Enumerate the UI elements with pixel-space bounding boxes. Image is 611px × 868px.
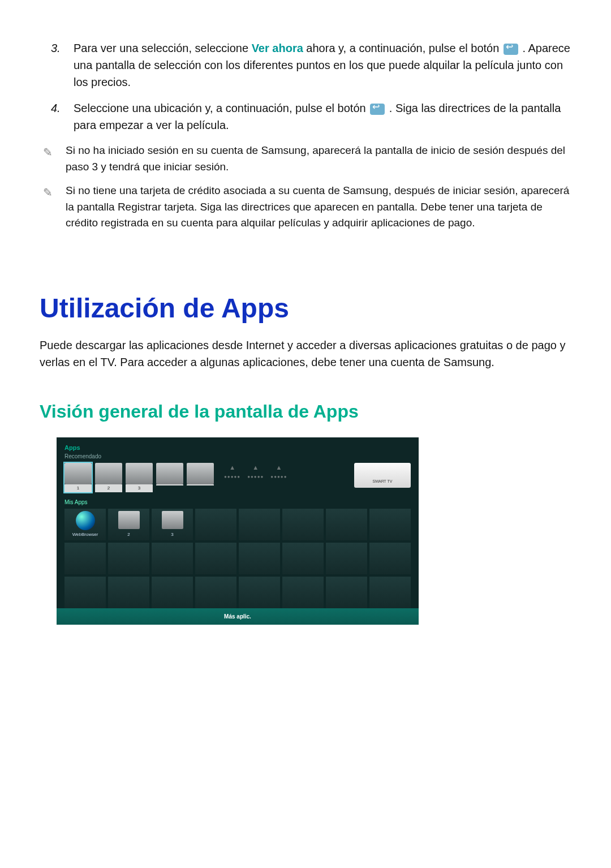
rec-tile-1: 1 xyxy=(64,463,92,492)
app-webbrowser: WebBrowser xyxy=(64,509,106,540)
recommended-row: 1 2 3 ▲●●●●● ▲●●●●● ▲●●●●● SMART TV xyxy=(64,463,411,492)
app-tile-3: 3 xyxy=(152,509,193,540)
deco-icons: ▲●●●●● ▲●●●●● ▲●●●●● xyxy=(224,463,287,480)
enter-icon xyxy=(504,44,518,55)
highlight-verahora: Ver ahora xyxy=(252,42,303,54)
app-tile-empty xyxy=(239,577,280,608)
text: Seleccione una ubicación y, a continuaci… xyxy=(74,102,369,114)
note-2: ✎ Si no tiene una tarjeta de crédito aso… xyxy=(43,183,571,231)
app-tile-empty xyxy=(282,577,324,608)
app-tile-empty xyxy=(195,577,236,608)
app-tile-empty xyxy=(282,543,324,574)
label-mis-apps: Mis Apps xyxy=(64,498,411,506)
step-text: Seleccione una ubicación y, a continuaci… xyxy=(74,100,571,134)
rec-tiles: 1 2 3 xyxy=(64,463,214,492)
app-tile-empty xyxy=(239,543,280,574)
heading-utilizacion-apps: Utilización de Apps xyxy=(40,288,571,329)
step-3: 3. Para ver una selección, seleccione Ve… xyxy=(51,40,571,91)
app-tile-empty xyxy=(326,509,367,540)
text: ahora y, a continuación, pulse el botón xyxy=(306,42,502,54)
pencil-icon: ✎ xyxy=(43,183,57,231)
app-tile-empty xyxy=(64,543,106,574)
app-tile-empty xyxy=(369,577,411,608)
app-tile-empty xyxy=(369,543,411,574)
app-tile-empty xyxy=(152,543,193,574)
app-tile-2: 2 xyxy=(108,509,149,540)
apps-grid: WebBrowser 2 3 xyxy=(64,509,411,608)
rec-tile-3: 3 xyxy=(126,463,153,492)
step-text: Para ver una selección, seleccione Ver a… xyxy=(74,40,571,91)
heading-vision-general: Visión general de la pantalla de Apps xyxy=(40,398,571,425)
app-tile-empty xyxy=(195,509,236,540)
intro-paragraph: Puede descargar las aplicaciones desde I… xyxy=(40,337,571,371)
enter-icon xyxy=(370,104,385,115)
app-tile-empty xyxy=(369,509,411,540)
note-text: Si no ha iniciado sesión en su cuenta de… xyxy=(66,143,571,175)
label-recomendado: Recomendado xyxy=(64,452,411,461)
rec-tile-4 xyxy=(156,463,183,492)
text: Para ver una selección, seleccione xyxy=(74,42,252,54)
more-apps-bar: Más aplic. xyxy=(57,608,419,625)
note-text: Si no tiene una tarjeta de crédito asoci… xyxy=(66,183,571,231)
app-tile-empty xyxy=(326,577,367,608)
step-number: 3. xyxy=(51,40,64,91)
app-tile-empty xyxy=(239,509,280,540)
app-tile-empty xyxy=(108,577,149,608)
app-tile-empty xyxy=(195,543,236,574)
app-tile-empty xyxy=(64,577,106,608)
app-tile-empty xyxy=(282,509,324,540)
label-apps: Apps xyxy=(64,443,411,453)
apps-screen-illustration: Apps Recomendado 1 2 3 ▲●●●●● ▲●●●●● ▲●●… xyxy=(57,437,419,625)
app-tile-empty xyxy=(108,543,149,574)
app-tile-empty xyxy=(326,543,367,574)
rec-tile-5 xyxy=(187,463,214,492)
smart-tv-logo: SMART TV xyxy=(354,463,411,488)
step-number: 4. xyxy=(51,100,64,134)
pencil-icon: ✎ xyxy=(43,143,57,175)
note-1: ✎ Si no ha iniciado sesión en su cuenta … xyxy=(43,143,571,175)
step-4: 4. Seleccione una ubicación y, a continu… xyxy=(51,100,571,134)
rec-tile-2: 2 xyxy=(95,463,122,492)
app-tile-empty xyxy=(152,577,193,608)
